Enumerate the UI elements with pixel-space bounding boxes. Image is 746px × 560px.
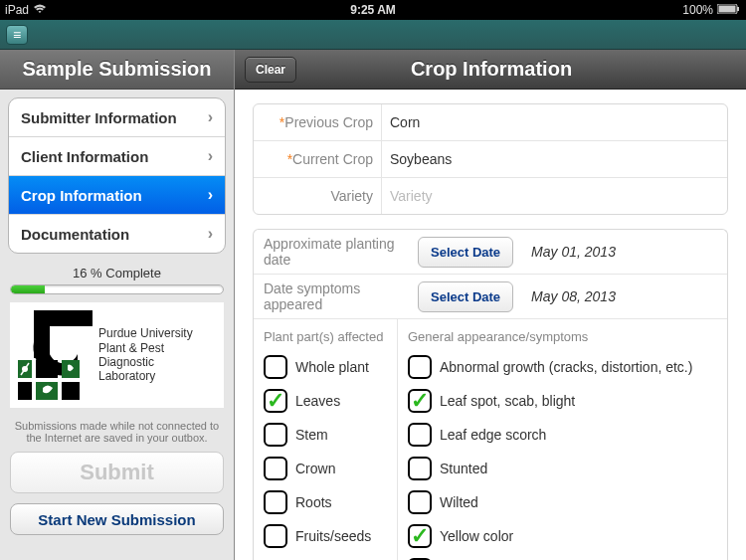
- status-time: 9:25 AM: [251, 3, 496, 17]
- progress-fill: [11, 285, 45, 293]
- symptom-checkbox[interactable]: [408, 355, 432, 379]
- part-checkbox[interactable]: [264, 423, 287, 447]
- part-row: Whole plant: [264, 350, 387, 384]
- select-planting-date-button[interactable]: Select Date: [418, 237, 513, 268]
- row-planting-date: Approximate planting date Select Date Ma…: [254, 230, 727, 275]
- sidebar: Sample Submission Submitter Information …: [0, 50, 234, 560]
- symptom-row: Yellow color: [408, 519, 717, 553]
- cur-crop-label: *Current Crop: [254, 141, 381, 177]
- menu-button[interactable]: ≡: [6, 25, 28, 45]
- nav-label: Submitter Information: [21, 109, 177, 126]
- progress-label: 16 % Complete: [0, 266, 234, 280]
- nav-label: Crop Information: [21, 187, 142, 204]
- chevron-right-icon: ›: [208, 225, 213, 243]
- symptoms-header: General appearance/symptoms: [408, 325, 717, 350]
- symptom-label: Wilted: [440, 494, 478, 510]
- part-checkbox[interactable]: [264, 524, 287, 548]
- outbox-note: Submissions made while not connected to …: [0, 416, 234, 448]
- nav-documentation[interactable]: Documentation ›: [9, 215, 225, 253]
- sidebar-title: Sample Submission: [0, 50, 234, 90]
- part-label: Fruits/seeds: [295, 528, 371, 544]
- svg-rect-2: [737, 7, 739, 11]
- part-label: Leaves: [295, 393, 340, 409]
- svg-rect-10: [62, 382, 80, 400]
- battery-label: 100%: [682, 3, 713, 17]
- device-label: iPad: [5, 3, 29, 17]
- row-symptom-date: Date symptoms appeared Select Date May 0…: [254, 275, 727, 319]
- logo-graphic: [18, 310, 93, 400]
- hamburger-icon: ≡: [13, 28, 21, 42]
- symptom-row: Stunted: [408, 452, 717, 485]
- symptom-row: Abnormal growth (cracks, distortion, etc…: [408, 350, 717, 384]
- part-label: Whole plant: [295, 359, 369, 375]
- symptom-label: Stunted: [440, 461, 487, 476]
- prev-crop-input[interactable]: Corn: [381, 104, 727, 140]
- svg-rect-6: [36, 360, 58, 378]
- battery-icon: [717, 3, 741, 17]
- nav-crop[interactable]: Crop Information ›: [9, 176, 225, 215]
- symptom-checkbox[interactable]: [408, 423, 432, 447]
- chevron-right-icon: ›: [208, 147, 213, 165]
- part-row: Stem: [264, 418, 387, 452]
- content-title: Crop Information: [247, 58, 736, 81]
- start-new-button[interactable]: Start New Submission: [10, 503, 224, 535]
- checklist-columns: Plant part(s) affected Whole plantLeaves…: [253, 319, 728, 560]
- part-row: Leaves: [264, 384, 387, 418]
- select-symptom-date-button[interactable]: Select Date: [418, 281, 513, 312]
- symptom-checkbox[interactable]: [408, 457, 432, 480]
- part-label: Crown: [295, 461, 335, 476]
- symptom-row: Leaf spot, scab, blight: [408, 384, 717, 418]
- nav-list: Submitter Information › Client Informati…: [8, 97, 226, 254]
- symptom-row: Abnormal color (other than yellow): [408, 553, 717, 560]
- crop-fields: *Previous Crop Corn *Current Crop Soybea…: [253, 103, 728, 215]
- date-fields: Approximate planting date Select Date Ma…: [253, 229, 728, 319]
- part-checkbox[interactable]: [264, 389, 287, 413]
- planting-date-label: Approximate planting date: [264, 236, 418, 268]
- part-checkbox[interactable]: [264, 457, 287, 480]
- wifi-icon: [33, 3, 47, 17]
- row-variety: Variety Variety: [254, 178, 727, 214]
- symptoms-column: General appearance/symptoms Abnormal gro…: [398, 319, 727, 560]
- form-area: *Previous Crop Corn *Current Crop Soybea…: [235, 90, 746, 560]
- part-checkbox[interactable]: [264, 490, 287, 514]
- part-row: Crown: [264, 452, 387, 485]
- cur-crop-input[interactable]: Soybeans: [381, 141, 727, 177]
- symptom-checkbox[interactable]: [408, 490, 432, 514]
- svg-rect-8: [18, 382, 32, 400]
- row-previous-crop: *Previous Crop Corn: [254, 104, 727, 141]
- symptom-date-label: Date symptoms appeared: [264, 280, 418, 312]
- nav-label: Documentation: [21, 226, 129, 243]
- symptom-label: Abnormal growth (cracks, distortion, etc…: [440, 359, 692, 375]
- part-checkbox[interactable]: [264, 355, 287, 379]
- nav-submitter[interactable]: Submitter Information ›: [9, 98, 225, 137]
- part-row: Roots: [264, 485, 387, 519]
- nav-label: Client Information: [21, 148, 148, 165]
- symptom-label: Yellow color: [440, 528, 513, 544]
- submit-button[interactable]: Submit: [10, 452, 224, 493]
- variety-input[interactable]: Variety: [381, 178, 727, 214]
- row-current-crop: *Current Crop Soybeans: [254, 141, 727, 178]
- part-label: Stem: [295, 427, 328, 443]
- prev-crop-label: *Previous Crop: [254, 104, 381, 140]
- symptom-label: Leaf edge scorch: [440, 427, 546, 443]
- part-label: Roots: [295, 494, 332, 510]
- chevron-right-icon: ›: [208, 186, 213, 204]
- content-pane: Clear Crop Information *Previous Crop Co…: [234, 50, 746, 560]
- symptom-checkbox[interactable]: [408, 389, 432, 413]
- variety-label: Variety: [254, 178, 381, 214]
- org-logo: Purdue University Plant & Pest Diagnosti…: [10, 302, 224, 408]
- logo-text: Purdue University Plant & Pest Diagnosti…: [98, 326, 193, 384]
- parts-header: Plant part(s) affected: [264, 325, 387, 350]
- nav-client[interactable]: Client Information ›: [9, 137, 225, 176]
- planting-date-value: May 01, 2013: [531, 244, 616, 260]
- plant-parts-column: Plant part(s) affected Whole plantLeaves…: [254, 319, 398, 560]
- symptom-date-value: May 08, 2013: [531, 288, 616, 304]
- top-bar: ≡: [0, 20, 746, 50]
- part-row: Fruits/seeds: [264, 519, 387, 553]
- symptom-checkbox[interactable]: [408, 524, 432, 548]
- symptom-row: Wilted: [408, 485, 717, 519]
- content-header: Clear Crop Information: [235, 50, 746, 90]
- symptom-row: Leaf edge scorch: [408, 418, 717, 452]
- symptom-label: Leaf spot, scab, blight: [440, 393, 575, 409]
- status-bar: iPad 9:25 AM 100%: [0, 0, 746, 20]
